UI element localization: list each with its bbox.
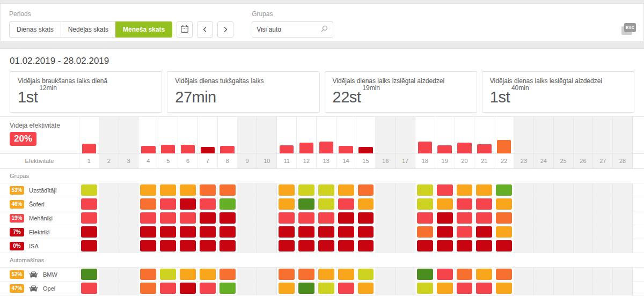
efficiency-cell xyxy=(180,240,196,251)
day-cell xyxy=(99,239,119,253)
day-number: 16 xyxy=(376,154,396,168)
table-row: 19%Mehāniķi xyxy=(0,211,644,225)
next-period-button[interactable] xyxy=(217,21,233,38)
day-cell xyxy=(415,183,435,197)
row-label-zone: 53%Uzstādītāji xyxy=(0,183,79,197)
chevron-left-icon xyxy=(202,26,208,34)
day-cell xyxy=(356,211,376,225)
day-number: 6 xyxy=(178,154,198,168)
chart-day-column xyxy=(336,117,356,153)
day-cell xyxy=(534,282,554,295)
row-cells xyxy=(79,239,633,253)
day-cell xyxy=(415,239,435,253)
day-cell xyxy=(455,197,475,211)
efficiency-cell xyxy=(81,269,97,280)
day-cell xyxy=(138,268,158,281)
day-cell xyxy=(613,282,633,295)
efficiency-cell xyxy=(358,226,374,238)
search-input[interactable] xyxy=(257,26,320,33)
chart-day-column xyxy=(415,117,435,153)
efficiency-cell xyxy=(496,283,512,294)
efficiency-cell xyxy=(140,269,156,280)
day-cell xyxy=(593,239,613,253)
day-cell xyxy=(554,183,574,197)
day-cell xyxy=(158,183,178,197)
day-cell xyxy=(277,268,297,281)
day-cell xyxy=(474,197,494,211)
efficiency-cell xyxy=(318,184,334,196)
efficiency-cell xyxy=(81,212,97,224)
day-number: 23 xyxy=(514,154,534,168)
day-cell xyxy=(178,211,198,225)
table-row: 53%Uzstādītāji xyxy=(0,183,644,197)
row-name[interactable]: Mehāniķi xyxy=(29,215,53,221)
day-cell xyxy=(415,211,435,225)
efficiency-cell xyxy=(200,269,216,280)
efficiency-cell xyxy=(279,240,295,251)
efficiency-cell xyxy=(140,226,156,238)
stat-card-value: 27min xyxy=(175,88,311,106)
efficiency-cell xyxy=(358,240,374,251)
chart-day-column xyxy=(138,117,158,153)
row-cells xyxy=(79,225,633,239)
efficiency-bar xyxy=(477,144,492,153)
row-name[interactable]: Elektriķi xyxy=(29,229,50,235)
efficiency-cell xyxy=(279,212,295,224)
row-name[interactable]: Opel xyxy=(43,285,55,292)
chart-day-column xyxy=(178,117,198,153)
prev-period-button[interactable] xyxy=(197,21,213,38)
day-number: 28 xyxy=(613,154,633,168)
day-number: 11 xyxy=(277,154,297,168)
view-tab[interactable]: Dienas skats xyxy=(9,21,61,38)
chart-day-column xyxy=(376,117,396,153)
day-cell xyxy=(99,225,119,239)
day-cell xyxy=(119,211,139,225)
efficiency-cell xyxy=(298,198,314,210)
day-cell xyxy=(534,183,554,197)
day-cell xyxy=(119,282,139,295)
search-icon[interactable] xyxy=(320,25,328,35)
efficiency-bar xyxy=(437,145,452,153)
stat-value-sup: 19min xyxy=(362,84,380,92)
day-cell xyxy=(494,225,514,239)
efficiency-cell xyxy=(437,240,453,251)
day-cell xyxy=(415,225,435,239)
view-switcher: Dienas skatsNedēļas skatsMēneša skats xyxy=(9,21,172,38)
day-number: 9 xyxy=(238,154,258,168)
view-tab[interactable]: Mēneša skats xyxy=(115,21,172,38)
day-cell xyxy=(198,197,218,211)
row-name[interactable]: ISA xyxy=(29,243,39,249)
day-number: 22 xyxy=(494,154,514,168)
day-number: 17 xyxy=(396,154,415,168)
calendar-button[interactable] xyxy=(177,21,193,38)
row-label-zone: 7%Elektriķi xyxy=(0,225,79,239)
day-cell xyxy=(336,197,356,211)
efficiency-percent-badge: 46% xyxy=(10,200,24,209)
excel-export-button[interactable]: EXC xyxy=(621,23,636,35)
efficiency-cell xyxy=(279,184,295,196)
day-cell xyxy=(119,183,139,197)
chart-day-column xyxy=(455,117,475,153)
day-cell xyxy=(396,268,415,281)
day-cell xyxy=(198,211,218,225)
efficiency-cell xyxy=(417,212,433,224)
day-cell xyxy=(158,225,178,239)
day-cell xyxy=(317,197,336,211)
day-cell xyxy=(534,239,554,253)
efficiency-cell xyxy=(298,269,314,280)
day-cell xyxy=(356,225,376,239)
row-name[interactable]: Šoferi xyxy=(29,201,45,208)
efficiency-cell xyxy=(437,283,453,294)
day-cell xyxy=(277,183,297,197)
row-name[interactable]: Uzstādītāji xyxy=(29,187,56,194)
efficiency-cell xyxy=(318,226,334,238)
view-tab[interactable]: Nedēļas skats xyxy=(61,21,116,38)
day-number: 2 xyxy=(99,154,119,168)
day-cell xyxy=(79,211,99,225)
efficiency-cell xyxy=(180,269,196,280)
efficiency-cell xyxy=(279,198,295,210)
efficiency-cell xyxy=(457,269,473,280)
day-cell xyxy=(317,183,336,197)
efficiency-cell xyxy=(279,269,295,280)
row-name[interactable]: BMW xyxy=(43,271,57,278)
